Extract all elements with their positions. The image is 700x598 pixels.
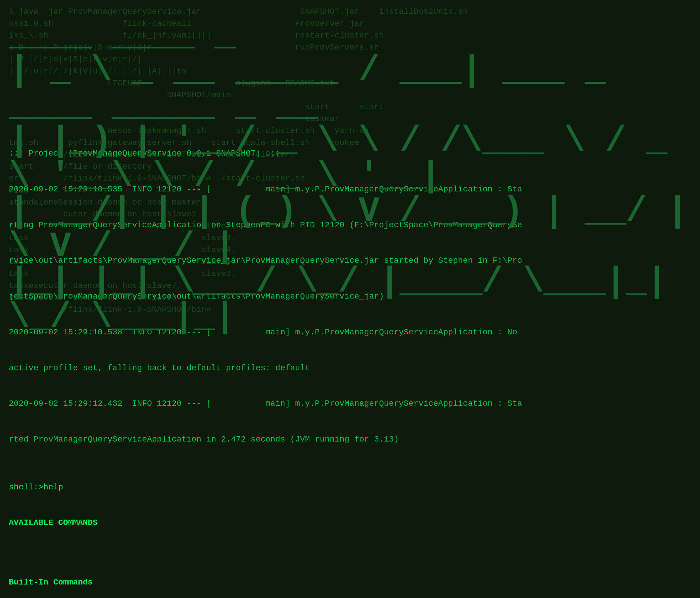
foreground-layer: ::: Project (ProvManageQueryService 0.0.… <box>0 0 700 598</box>
startup-line-2: rting ProvManagerQueryServiceApplication… <box>9 219 691 231</box>
startup-line-8: rted ProvManagerQueryServiceApplication … <box>9 434 691 446</box>
startup-line-7: 2020-09-02 15:29:12.432 INFO 12120 --- [… <box>9 398 691 410</box>
prompt-help: shell:>help <box>9 482 691 493</box>
project-line: ::: Project (ProvManageQueryService 0.0.… <box>9 148 691 160</box>
available-commands-header: AVAILABLE COMMANDS <box>9 517 691 529</box>
terminal-window: λ java -jar ProvManagerQueryService.jar … <box>0 0 700 598</box>
startup-line-5: 2020-09-02 15:29:10.538 INFO 12120 --- [… <box>9 327 691 338</box>
builtin-header: Built-In Commands <box>9 577 691 589</box>
startup-line-4: jectSpace\ProvManagerQueryService\out\ar… <box>9 291 691 303</box>
startup-line-3: rvice\out\artifacts\ProvManagerQueryServ… <box>9 255 691 267</box>
startup-line-6: active profile set, falling back to defa… <box>9 362 691 374</box>
startup-line-1: 2020-09-02 15:29:10.535 INFO 12120 --- [… <box>9 183 691 196</box>
